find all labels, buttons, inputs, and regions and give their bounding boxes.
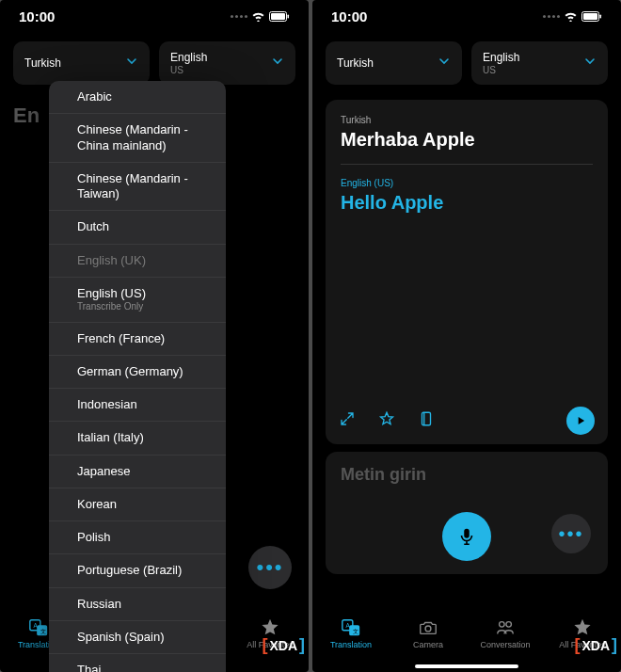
- tab-label: Translation: [330, 640, 372, 649]
- target-language-button[interactable]: English US: [471, 41, 608, 85]
- tab-camera[interactable]: Camera: [395, 617, 461, 649]
- translation-card: Turkish Merhaba Apple English (US) Hello…: [326, 100, 608, 444]
- tab-translation[interactable]: A文 Translation: [318, 617, 384, 649]
- microphone-icon: [456, 526, 477, 547]
- language-option[interactable]: Polish: [49, 521, 226, 554]
- translation-icon: A文: [28, 617, 49, 638]
- favorite-star-icon[interactable]: [378, 410, 395, 431]
- language-option[interactable]: Indonesian: [49, 389, 226, 422]
- more-options-button[interactable]: •••: [551, 514, 591, 553]
- language-option[interactable]: Portuguese (Brazil): [49, 554, 226, 587]
- wifi-icon: [251, 11, 265, 22]
- language-option-label: Dutch: [77, 219, 213, 234]
- tab-conversation[interactable]: Conversation: [472, 617, 538, 649]
- source-language-button[interactable]: Turkish: [13, 41, 150, 85]
- home-indicator[interactable]: [415, 664, 518, 668]
- expand-icon[interactable]: [339, 410, 356, 431]
- language-option-label: Thai: [77, 663, 213, 672]
- tab-label: Conversation: [480, 640, 530, 649]
- language-option-label: Indonesian: [77, 397, 213, 412]
- language-option[interactable]: Dutch: [49, 211, 226, 244]
- language-option[interactable]: Arabic: [49, 81, 226, 114]
- svg-rect-12: [600, 14, 602, 18]
- svg-text:文: 文: [353, 628, 358, 634]
- play-audio-button[interactable]: [566, 407, 595, 435]
- language-option[interactable]: Japanese: [49, 456, 226, 488]
- target-language-label: English: [170, 51, 207, 64]
- text-input-card[interactable]: Metin girin •••: [326, 452, 608, 574]
- source-text: Merhaba Apple: [341, 129, 593, 151]
- camera-icon: [418, 617, 438, 638]
- language-selector-row: Turkish English US: [312, 32, 621, 92]
- chevron-down-icon: [271, 55, 284, 72]
- language-option[interactable]: Chinese (Mandarin - Taiwan): [49, 163, 226, 212]
- xda-watermark: [XDA]: [262, 635, 305, 655]
- language-option[interactable]: Russian: [49, 588, 226, 621]
- language-option-label: Portuguese (Brazil): [77, 563, 213, 578]
- svg-rect-11: [583, 13, 597, 20]
- wifi-icon: [564, 11, 578, 22]
- phone-right: 10:00 Turkish English US Turkish: [312, 0, 621, 672]
- language-option[interactable]: Chinese (Mandarin - China mainland): [49, 114, 226, 163]
- svg-rect-13: [422, 412, 431, 425]
- language-option[interactable]: English (UK): [49, 245, 226, 278]
- language-option[interactable]: Italian (Italy): [49, 422, 226, 455]
- svg-rect-2: [288, 14, 290, 18]
- translation-actions: [339, 410, 435, 431]
- svg-rect-1: [271, 13, 285, 20]
- language-option-sub: Transcribe Only: [77, 301, 213, 313]
- svg-point-21: [506, 622, 512, 628]
- dictionary-icon[interactable]: [418, 410, 435, 431]
- language-option-label: Arabic: [77, 89, 213, 104]
- battery-icon: [269, 11, 290, 22]
- language-option[interactable]: German (Germany): [49, 356, 226, 389]
- language-option-label: English (UK): [77, 253, 213, 268]
- language-option-label: Korean: [77, 497, 213, 512]
- source-language-label: Turkish: [24, 56, 61, 70]
- status-icons: [543, 11, 602, 22]
- status-time: 10:00: [331, 8, 367, 24]
- xda-watermark: [XDA]: [574, 635, 617, 655]
- language-option-label: Chinese (Mandarin - China mainland): [77, 122, 213, 153]
- language-option[interactable]: Spanish (Spain): [49, 621, 226, 654]
- enter-text-placeholder: En: [13, 104, 40, 128]
- language-option[interactable]: Korean: [49, 488, 226, 521]
- language-option-label: English (US): [77, 286, 213, 301]
- tab-label: Camera: [413, 640, 443, 649]
- language-option[interactable]: French (France): [49, 323, 226, 356]
- source-language-button[interactable]: Turkish: [326, 41, 462, 85]
- language-option-label: Japanese: [77, 464, 213, 479]
- target-language-label: English: [483, 51, 519, 64]
- target-language-name: English (US): [341, 178, 593, 188]
- svg-text:A: A: [34, 622, 39, 629]
- microphone-button[interactable]: [442, 512, 491, 561]
- status-bar: 10:00: [0, 0, 309, 32]
- target-language-sub: US: [483, 65, 519, 75]
- target-language-button[interactable]: English US: [159, 41, 295, 85]
- chevron-down-icon: [438, 55, 451, 72]
- language-option-label: Russian: [77, 597, 213, 612]
- target-language-sub: US: [170, 65, 207, 75]
- language-option[interactable]: Thai: [49, 654, 226, 672]
- language-option-label: Italian (Italy): [77, 430, 213, 445]
- svg-text:文: 文: [40, 628, 46, 634]
- status-time: 10:00: [19, 8, 55, 24]
- chevron-down-icon: [583, 55, 597, 72]
- more-options-button[interactable]: •••: [248, 546, 292, 589]
- translation-icon: A文: [341, 617, 361, 638]
- language-option[interactable]: English (US)Transcribe Only: [49, 278, 226, 323]
- svg-point-19: [425, 626, 431, 632]
- language-option-label: French (France): [77, 331, 213, 346]
- svg-rect-14: [464, 529, 470, 538]
- language-option-label: German (Germany): [77, 364, 213, 379]
- status-icons: [231, 11, 290, 22]
- source-language-label: Turkish: [337, 56, 374, 70]
- divider: [341, 164, 593, 165]
- svg-point-20: [500, 622, 505, 628]
- input-placeholder: Metin girin: [341, 465, 593, 485]
- svg-text:A: A: [346, 622, 351, 629]
- battery-icon: [581, 11, 602, 22]
- phone-left: 10:00 Turkish English US En ArabicC: [0, 0, 309, 672]
- language-option-label: Polish: [77, 530, 213, 545]
- translated-text: Hello Apple: [341, 192, 593, 214]
